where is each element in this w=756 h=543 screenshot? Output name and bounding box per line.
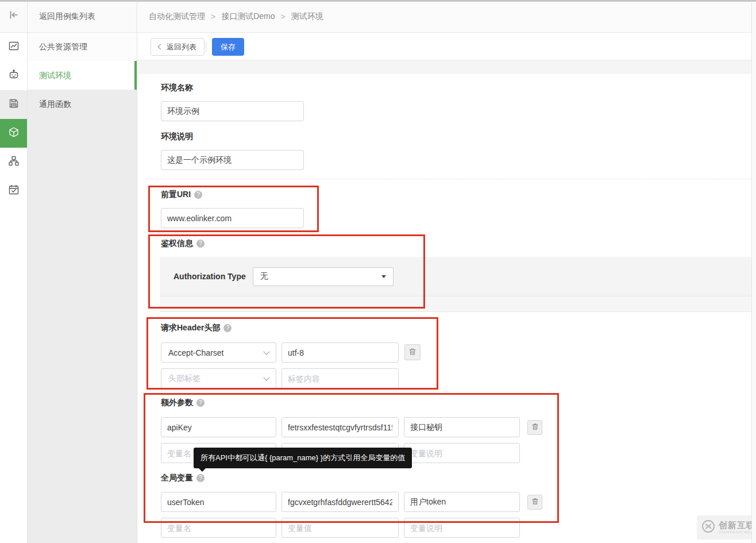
breadcrumb-item-project[interactable]: 接口测试Demo [221,11,275,22]
header-key-select[interactable]: Accept-Charset [161,342,276,363]
auth-panel: Authorization Type 无 [160,257,751,312]
global-value-input-empty[interactable] [281,518,399,538]
save-button[interactable]: 保存 [212,38,244,56]
base-uri-label: 前置URI ? [161,190,202,200]
watermark-title: 创新互联 [719,521,756,530]
request-headers-label: 请求Header头部 ? [161,323,232,333]
label-text: 全局变量 [161,473,193,483]
param-desc-input-empty[interactable] [404,443,520,463]
arrow-to-left-icon [8,9,20,23]
rail-item-save[interactable] [0,90,27,119]
breadcrumb-separator: > [211,12,215,21]
dashed-divider [148,179,751,179]
param-value-input[interactable] [281,417,399,437]
trash-icon [408,348,416,357]
chart-window-icon [8,40,20,54]
env-desc-label: 环境说明 [161,132,193,142]
rail-item-schedule[interactable] [0,176,27,205]
extra-params-label: 额外参数 ? [161,398,205,408]
chevron-left-icon [158,44,164,50]
chevron-down-icon [263,348,269,355]
icon-rail [0,0,28,543]
label-text: 环境名称 [161,83,193,93]
label-text: 请求Header头部 [161,323,220,333]
watermark-logo-icon [701,519,716,536]
rail-item-robot[interactable] [0,61,27,90]
label-text: 鉴权信息 [161,238,193,249]
breadcrumb-item-root[interactable]: 自动化测试管理 [149,11,205,22]
sitemap-icon [8,155,20,169]
sidebar-item-public-resources[interactable]: 公共资源管理 [28,33,137,61]
global-name-input-empty[interactable] [161,518,276,538]
placeholder-text: 头部标签 [168,373,200,384]
sidebar-item-label: 测试环境 [39,71,71,80]
tooltip-arrow [198,468,206,476]
delete-param-button[interactable] [527,420,542,435]
back-to-list-label: 返回列表 [167,42,196,52]
help-icon[interactable]: ? [194,191,202,199]
header-value-input-empty[interactable] [281,368,399,388]
env-name-input[interactable] [161,101,304,121]
help-icon[interactable]: ? [196,240,205,248]
cube-icon [8,126,20,140]
active-indicator-bar [134,61,137,90]
header-value-input[interactable] [281,342,399,363]
robot-icon [8,69,20,83]
env-name-label: 环境名称 [161,83,193,93]
help-icon[interactable]: ? [196,399,205,407]
watermark: 创新互联 CHUANGXIN HULIAN [697,515,752,540]
section-gap [138,60,751,74]
authorization-type-select[interactable]: 无 [253,267,394,286]
authorization-type-label: Authorization Type [173,272,246,281]
watermark-subtitle: CHUANGXIN HULIAN [719,530,756,534]
delete-global-button[interactable] [527,495,542,510]
auth-panel-footer [160,296,751,311]
vertical-scrollbar[interactable] [751,0,756,543]
label-text: 额外参数 [161,398,193,408]
global-desc-input-empty[interactable] [404,518,520,538]
rail-back-button[interactable] [0,0,27,33]
back-to-case-list-link[interactable]: 返回用例集列表 [28,0,137,33]
trash-icon [531,498,539,507]
toolbar-divider [206,41,206,52]
rail-item-environment[interactable] [0,119,27,148]
trash-icon [531,423,539,432]
breadcrumb: 自动化测试管理 > 接口测试Demo > 测试环境 [149,0,323,33]
auth-type-row: Authorization Type 无 [160,257,751,296]
sidebar-item-test-environment[interactable]: 测试环境 [28,61,137,90]
chevron-down-icon [263,374,269,380]
env-desc-input[interactable] [161,150,304,170]
breadcrumb-item-current[interactable]: 测试环境 [291,11,323,22]
sidebar-item-common-functions[interactable]: 通用函数 [28,90,137,118]
global-name-input[interactable] [161,492,276,512]
rail-item-reports[interactable] [0,33,27,61]
selected-option: Accept-Charset [168,348,223,357]
content-header: 自动化测试管理 > 接口测试Demo > 测试环境 [138,0,751,33]
tooltip: 所有API中都可以通{ {param_name} }的方式引用全局变量的值 [194,448,412,468]
label-text: 前置URI [161,190,191,200]
global-desc-input[interactable] [404,492,520,512]
floppy-disk-icon [8,98,20,111]
header-key-select-empty[interactable]: 头部标签 [161,368,276,388]
param-name-input[interactable] [161,417,276,437]
caret-down-icon [381,275,386,278]
breadcrumb-separator: > [281,12,286,21]
back-to-list-button[interactable]: 返回列表 [151,38,205,56]
app-window: 返回用例集列表 公共资源管理 测试环境 通用函数 自动化测试管理 > 接口测试D… [0,0,756,543]
selected-option: 无 [260,271,268,282]
calendar-check-icon [8,184,20,198]
auth-info-label: 鉴权信息 ? [161,238,205,249]
window-top-edge [0,0,756,2]
param-desc-input[interactable] [404,417,520,437]
help-icon[interactable]: ? [223,324,232,332]
base-uri-input[interactable] [161,208,304,228]
sidebar-menu: 返回用例集列表 公共资源管理 测试环境 通用函数 [28,0,137,543]
global-value-input[interactable] [281,492,399,512]
rail-item-sitemap[interactable] [0,148,27,176]
delete-header-button[interactable] [404,344,421,360]
label-text: 环境说明 [161,132,193,142]
